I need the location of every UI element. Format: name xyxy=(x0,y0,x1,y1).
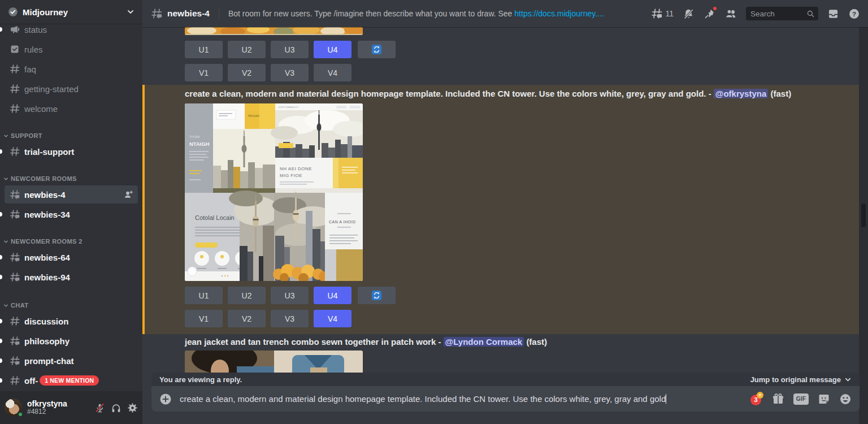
channel-topic: Bot room for new users. Type /imagine th… xyxy=(228,9,642,18)
channel-header: newbies-4 Bot room for new users. Type /… xyxy=(142,0,868,27)
emoji-picker-button[interactable] xyxy=(839,393,852,405)
sidebar-item-getting-started[interactable]: getting-started xyxy=(5,80,138,98)
hash-icon xyxy=(9,103,20,114)
generated-image-partial[interactable] xyxy=(185,27,363,35)
gif-picker-button[interactable]: GIF xyxy=(793,393,809,405)
member-list-button[interactable] xyxy=(724,7,737,20)
jump-to-original-button[interactable]: Jump to original message xyxy=(750,375,852,384)
sidebar-item-discussion[interactable]: discussion xyxy=(5,312,138,330)
sidebar-item-status[interactable]: status xyxy=(5,24,138,38)
gift-icon xyxy=(772,393,784,405)
pinned-messages-button[interactable] xyxy=(704,8,715,20)
u2-button[interactable]: U2 xyxy=(228,287,266,304)
sidebar-item-rules[interactable]: rules xyxy=(5,40,138,58)
message-grid-partial: U1 U2 U3 U4 V1 V2 V3 V4 xyxy=(185,27,396,81)
u2-button[interactable]: U2 xyxy=(228,41,266,58)
sidebar-item-welcome[interactable]: welcome xyxy=(5,99,138,118)
search-box xyxy=(746,7,818,20)
emoji-plus: + xyxy=(757,392,763,399)
user-discriminator: #4812 xyxy=(27,408,90,416)
message-mention-highlight: create a clean, modern and material desi… xyxy=(142,85,859,334)
gift-button[interactable] xyxy=(772,393,784,405)
notification-settings-button[interactable] xyxy=(683,8,695,20)
headphones-icon xyxy=(111,403,121,413)
u1-button[interactable]: U1 xyxy=(185,287,223,304)
user-mention[interactable]: @Lyndon Cormack xyxy=(444,337,524,347)
chevron-down-icon xyxy=(3,303,8,308)
chat-scrollbar-thumb[interactable] xyxy=(861,204,866,227)
separator: - xyxy=(438,337,441,347)
category-chat[interactable]: CHAT xyxy=(3,300,138,311)
v1-button[interactable]: V1 xyxy=(185,64,223,81)
message-text: jean jacket and tan trench combo sewn to… xyxy=(185,336,851,348)
user-mention[interactable]: @ofkrystyna xyxy=(714,89,769,98)
sidebar-item-newbies-34[interactable]: newbies-34 xyxy=(5,205,138,223)
u3-button[interactable]: U3 xyxy=(271,287,309,304)
jump-label: Jump to original message xyxy=(750,375,841,384)
inbox-icon xyxy=(827,8,839,20)
sidebar-item-newbies-4[interactable]: newbies-4 xyxy=(5,185,138,204)
sidebar-item-philosophy[interactable]: philosophy xyxy=(5,332,138,350)
search-icon xyxy=(806,10,815,18)
deafen-button[interactable] xyxy=(111,403,121,413)
sidebar-item-newbies-64[interactable]: newbies-64 xyxy=(5,248,138,266)
svg-text:Cotolal Locain: Cotolal Locain xyxy=(195,214,235,221)
u3-button[interactable]: U3 xyxy=(271,41,309,58)
separator: - xyxy=(709,89,711,98)
new-mention-badge: 1 NEW MENTION xyxy=(40,375,99,386)
server-header[interactable]: Midjourney xyxy=(0,0,142,24)
thread-count: 11 xyxy=(665,9,674,18)
settings-button[interactable] xyxy=(127,403,138,413)
v2-button[interactable]: V2 xyxy=(228,64,266,81)
generated-image-grid[interactable]: TIYOIN NTAIGH PROGRA xyxy=(185,103,363,281)
threads-button[interactable]: 11 xyxy=(650,7,674,20)
inbox-button[interactable] xyxy=(827,8,839,20)
text-cursor xyxy=(666,394,666,404)
reroll-button[interactable] xyxy=(358,41,396,58)
search-input[interactable] xyxy=(749,9,806,19)
v1-button[interactable]: V1 xyxy=(185,310,223,327)
sidebar-item-prompt-chat[interactable]: prompt-chat xyxy=(5,352,138,370)
svg-text:NTAIGH: NTAIGH xyxy=(189,141,210,147)
composer: You are viewing a reply. Jump to origina… xyxy=(151,373,860,412)
hash-icon xyxy=(9,315,20,327)
category-support[interactable]: SUPPORT xyxy=(3,130,138,141)
topic-link[interactable]: https://docs.midjourney.... xyxy=(514,9,604,18)
u4-button[interactable]: U4 xyxy=(314,287,351,304)
message-text: create a clean, modern and material desi… xyxy=(185,88,859,99)
channel-sidebar: Midjourney status rules xyxy=(0,0,142,424)
v2-button[interactable]: V2 xyxy=(228,310,266,327)
u1-button[interactable]: U1 xyxy=(185,41,223,58)
hash-chat-icon xyxy=(9,252,20,263)
message-input[interactable]: create a clean, modern and material desi… xyxy=(180,394,743,404)
sticker-picker-button[interactable] xyxy=(818,393,830,405)
v4-button[interactable]: V4 xyxy=(314,64,351,81)
mic-muted-button[interactable] xyxy=(94,403,105,413)
sticker-icon xyxy=(818,393,830,405)
emoji-streak-badge[interactable]: 3 + xyxy=(750,393,763,405)
chevron-down-icon xyxy=(844,376,852,383)
sidebar-item-trial-support[interactable]: trial-support xyxy=(5,142,138,161)
category-newcomer-rooms-2[interactable]: NEWCOMER ROOMS 2 xyxy=(3,236,138,247)
v3-button[interactable]: V3 xyxy=(271,64,309,81)
v4-button[interactable]: V4 xyxy=(314,310,351,327)
v3-button[interactable]: V3 xyxy=(271,310,309,327)
sidebar-item-faq[interactable]: faq xyxy=(5,60,138,78)
help-button[interactable]: ? xyxy=(848,8,860,20)
reroll-button[interactable] xyxy=(358,287,396,304)
sidebar-item-newbies-94[interactable]: newbies-94 xyxy=(5,268,138,286)
u4-button[interactable]: U4 xyxy=(314,41,351,58)
reply-bar: You are viewing a reply. Jump to origina… xyxy=(151,373,860,386)
sidebar-item-off-topic[interactable]: off- 1 NEW MENTION xyxy=(5,371,138,390)
category-newcomer-rooms[interactable]: NEWCOMER ROOMS xyxy=(3,173,138,184)
rules-book-icon xyxy=(9,44,20,55)
attach-button[interactable] xyxy=(159,393,172,405)
invite-people-icon[interactable] xyxy=(123,189,133,200)
threads-icon xyxy=(650,7,663,20)
user-info[interactable]: ofkrystyna #4812 xyxy=(27,400,90,416)
hash-chat-icon xyxy=(9,335,20,347)
avatar[interactable] xyxy=(5,399,23,417)
unread-pill xyxy=(0,319,2,323)
chevron-down-icon xyxy=(3,176,8,181)
unread-pill xyxy=(0,378,2,383)
